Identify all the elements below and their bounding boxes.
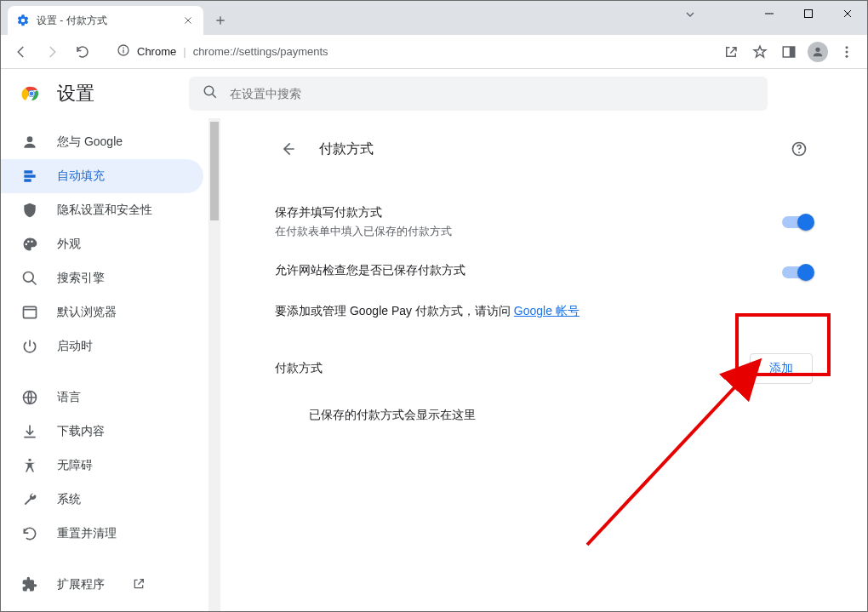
svg-point-9 — [846, 54, 848, 57]
address-bar[interactable]: Chrome | chrome://settings/payments — [106, 39, 707, 65]
sidebar-item-lang[interactable]: 语言 — [1, 380, 203, 415]
autofill-icon — [21, 168, 38, 185]
sidebar-item-label: 隐私设置和安全性 — [57, 203, 152, 218]
sidebar-item-label: 下载内容 — [57, 424, 105, 439]
sidebar-item-system[interactable]: 系统 — [1, 483, 203, 517]
browser-toolbar: Chrome | chrome://settings/payments — [1, 35, 867, 69]
settings-page: 设置 您与 Google自动填充隐私设置和安全性外观搜索引擎默认浏览器启动时语言… — [1, 69, 867, 611]
menu-icon[interactable] — [833, 38, 860, 66]
chrome-logo-icon — [21, 83, 42, 104]
settings-search[interactable] — [189, 77, 768, 111]
svg-point-13 — [204, 86, 214, 95]
svg-rect-3 — [123, 49, 123, 53]
settings-sidebar: 您与 Google自动填充隐私设置和安全性外观搜索引擎默认浏览器启动时语言下载内… — [1, 118, 220, 611]
sidebar-item-autofill[interactable]: 自动填充 — [1, 159, 203, 193]
browser-tabstrip: 设置 - 付款方式 — [1, 1, 867, 35]
forward-button[interactable] — [38, 38, 66, 66]
chevron-down-icon[interactable] — [683, 8, 697, 24]
svg-point-6 — [815, 47, 819, 51]
back-button[interactable] — [8, 38, 35, 66]
sidebar-item-downloads[interactable]: 下载内容 — [1, 415, 203, 449]
profile-avatar[interactable] — [804, 38, 831, 66]
browser-tab[interactable]: 设置 - 付款方式 — [8, 6, 203, 35]
sidebar-item-label: 搜索引擎 — [57, 271, 105, 286]
close-icon[interactable] — [181, 14, 195, 27]
svg-point-15 — [26, 243, 27, 246]
setting-primary: 允许网站检查您是否已保存付款方式 — [275, 263, 465, 278]
sidebar-item-search[interactable]: 搜索引擎 — [1, 261, 203, 295]
sidebar-item-you[interactable]: 您与 Google — [1, 125, 203, 159]
close-window-button[interactable] — [828, 1, 867, 26]
settings-header: 设置 — [1, 69, 867, 118]
shield-icon — [21, 202, 38, 219]
sidebar-item-label: 无障碍 — [57, 458, 93, 473]
sidebar-item-ext[interactable]: 扩展程序 — [1, 568, 203, 602]
window-controls — [750, 1, 867, 26]
svg-point-16 — [27, 240, 30, 243]
svg-point-7 — [846, 46, 848, 49]
page-title: 付款方式 — [319, 140, 768, 158]
payment-methods-section-title: 付款方式 — [275, 361, 323, 376]
sidebar-item-label: 扩展程序 — [57, 577, 105, 592]
svg-point-8 — [846, 50, 848, 53]
sidebar-item-label: 语言 — [57, 390, 81, 405]
sidebar-item-privacy[interactable]: 隐私设置和安全性 — [1, 193, 203, 227]
gpay-note-text: 要添加或管理 Google Pay 付款方式，请访问 — [275, 304, 514, 317]
sidebar-item-default[interactable]: 默认浏览器 — [1, 295, 203, 329]
site-info-icon[interactable] — [117, 43, 130, 60]
sidebar-item-label: 重置并清理 — [57, 526, 117, 541]
setting-row-1: 允许网站检查您是否已保存付款方式 — [275, 251, 813, 294]
svg-point-18 — [24, 272, 34, 283]
gear-icon — [16, 14, 30, 27]
svg-point-14 — [27, 136, 33, 142]
url-divider: | — [183, 45, 186, 58]
globe-icon — [21, 389, 38, 406]
search-icon — [203, 84, 218, 102]
settings-main: 付款方式 保存并填写付款方式在付款表单中填入已保存的付款方式允许网站检查您是否已… — [220, 118, 867, 611]
extension-icon — [21, 576, 38, 593]
setting-row-0: 保存并填写付款方式在付款表单中填入已保存的付款方式 — [275, 193, 813, 251]
toggle-switch[interactable] — [782, 266, 813, 278]
tab-title: 设置 - 付款方式 — [37, 14, 174, 28]
side-panel-icon[interactable] — [775, 38, 802, 66]
url-site: Chrome — [137, 45, 176, 58]
bookmark-icon[interactable] — [746, 38, 774, 66]
download-icon — [21, 423, 38, 440]
empty-payment-message: 已保存的付款方式会显示在这里 — [275, 391, 813, 423]
toggle-switch[interactable] — [782, 216, 813, 228]
power-icon — [21, 338, 38, 355]
accessibility-icon — [21, 457, 38, 474]
browser-icon — [21, 304, 38, 321]
external-link-icon — [132, 577, 146, 593]
url-path: chrome://settings/payments — [193, 45, 328, 58]
sidebar-item-a11y[interactable]: 无障碍 — [1, 449, 203, 483]
search-icon — [21, 270, 38, 287]
gpay-note: 要添加或管理 Google Pay 付款方式，请访问 Google 帐号 — [275, 294, 813, 340]
settings-search-input[interactable] — [230, 87, 754, 100]
svg-point-23 — [798, 152, 800, 153]
new-tab-button[interactable] — [208, 9, 232, 32]
sidebar-item-label: 系统 — [57, 492, 81, 507]
google-account-link[interactable]: Google 帐号 — [514, 304, 580, 317]
sidebar-item-label: 默认浏览器 — [57, 305, 117, 320]
person-icon — [21, 134, 38, 151]
sidebar-item-label: 外观 — [57, 237, 81, 252]
reload-button[interactable] — [69, 38, 96, 66]
setting-primary: 保存并填写付款方式 — [275, 205, 452, 220]
sidebar-item-startup[interactable]: 启动时 — [1, 329, 203, 363]
add-payment-button[interactable]: 添加 — [750, 353, 813, 384]
page-back-button[interactable] — [275, 135, 302, 163]
reset-icon — [21, 525, 38, 542]
svg-rect-0 — [805, 10, 813, 18]
svg-rect-5 — [790, 47, 795, 57]
palette-icon — [21, 236, 38, 253]
sidebar-item-appearance[interactable]: 外观 — [1, 227, 203, 261]
sidebar-item-reset[interactable]: 重置并清理 — [1, 517, 203, 551]
maximize-button[interactable] — [789, 1, 828, 26]
setting-secondary: 在付款表单中填入已保存的付款方式 — [275, 224, 452, 239]
help-icon[interactable] — [785, 135, 813, 163]
sidebar-item-label: 启动时 — [57, 339, 93, 354]
share-icon[interactable] — [717, 38, 745, 66]
sidebar-scrollbar[interactable] — [208, 118, 220, 611]
minimize-button[interactable] — [750, 1, 789, 26]
